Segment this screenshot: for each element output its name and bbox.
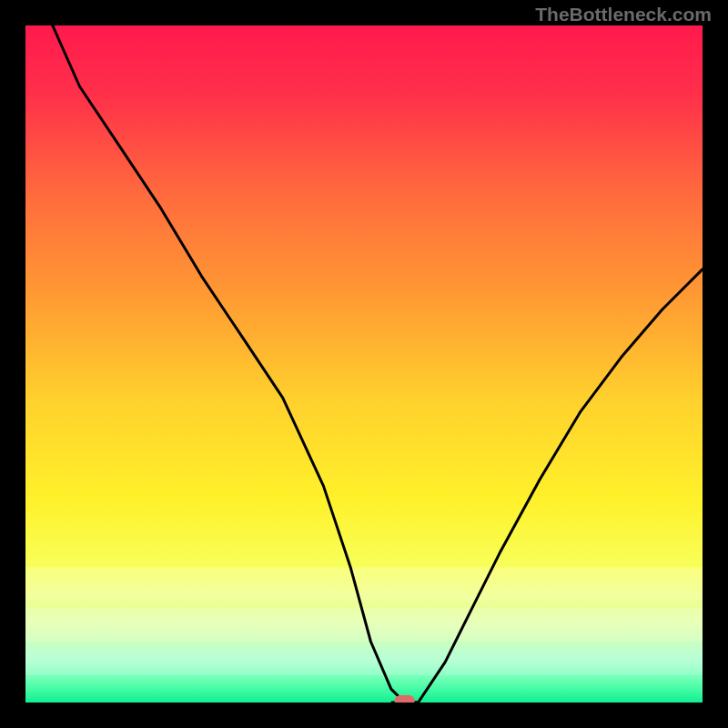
plot-area — [25, 25, 703, 703]
chart-frame: TheBottleneck.com — [0, 0, 728, 728]
optimal-point-marker — [395, 695, 415, 703]
tint-band — [25, 567, 703, 601]
watermark-text: TheBottleneck.com — [535, 4, 712, 25]
chart-svg — [25, 25, 703, 703]
tint-band — [25, 648, 703, 675]
